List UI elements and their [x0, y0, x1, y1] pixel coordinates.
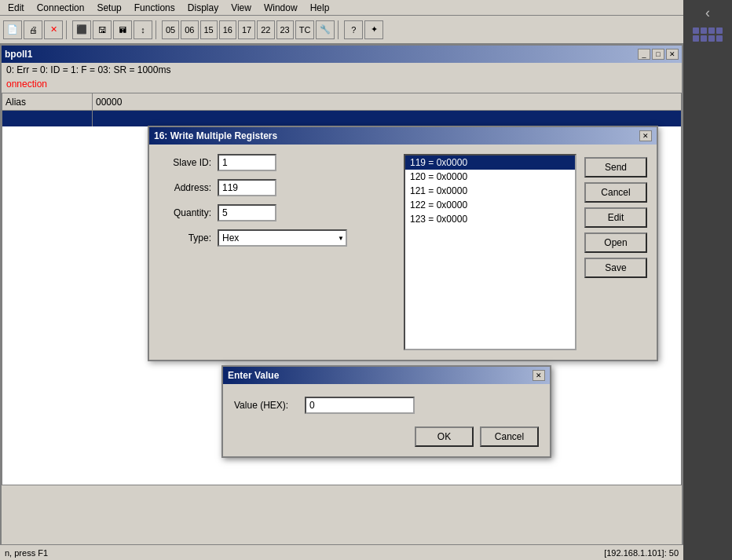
address-label: Address: [159, 182, 218, 193]
enter-value-titlebar: Enter Value ✕ [223, 367, 550, 384]
dialog-write-close-btn[interactable]: ✕ [639, 130, 652, 141]
enter-value-cancel-btn[interactable]: Cancel [480, 426, 539, 447]
listbox-item-3[interactable]: 122 = 0x0000 [405, 198, 575, 212]
main-minimize-btn[interactable]: _ [638, 49, 650, 60]
edit-button[interactable]: Edit [584, 207, 647, 228]
value-hex-label: Value (HEX): [234, 400, 297, 411]
toolbar-about[interactable]: ✦ [364, 20, 383, 39]
main-window-controls: _ □ ✕ [638, 49, 679, 60]
status-bar: 0: Err = 0: ID = 1: F = 03: SR = 1000ms [2, 63, 682, 77]
enter-value-ok-btn[interactable]: OK [415, 426, 474, 447]
menu-display[interactable]: Display [181, 1, 225, 15]
dialog-write-form: Slave ID: Address: Quantity: Type: Hex S… [159, 154, 396, 350]
dialog-write-titlebar: 16: Write Multiple Registers ✕ [149, 127, 657, 145]
address-input[interactable] [218, 179, 276, 196]
toolbar-print[interactable]: 🖨 [24, 20, 42, 39]
dot-2 [701, 27, 707, 34]
toolbar-settings[interactable]: 🔧 [316, 20, 335, 39]
save-button[interactable]: Save [584, 258, 647, 278]
toolbar-f06[interactable]: 06 [181, 20, 198, 39]
menu-functions[interactable]: Functions [128, 1, 181, 15]
col-alias-header: Alias [2, 93, 93, 110]
toolbar-new[interactable]: 📄 [3, 20, 22, 39]
dot-5 [693, 35, 699, 42]
slave-id-row: Slave ID: [159, 154, 396, 171]
enter-value-body: Value (HEX): OK Cancel [223, 384, 550, 456]
cancel-button[interactable]: Cancel [584, 182, 647, 203]
enter-value-close-btn[interactable]: ✕ [533, 370, 545, 381]
toolbar-save[interactable]: 🖬 [113, 20, 132, 39]
toolbar-f23[interactable]: 23 [276, 20, 294, 39]
quantity-label: Quantity: [159, 207, 218, 218]
dialog-enter-value: Enter Value ✕ Value (HEX): OK Cancel [221, 365, 551, 458]
value-hex-input[interactable] [305, 397, 415, 414]
listbox-item-2[interactable]: 121 = 0x0000 [405, 184, 575, 198]
dialog-write-title: 16: Write Multiple Registers [154, 130, 277, 141]
right-panel-arrow[interactable]: ‹ [704, 3, 712, 23]
toolbar-f16[interactable]: 16 [219, 20, 236, 39]
dot-8 [716, 35, 723, 42]
enter-value-title: Enter Value [228, 370, 279, 381]
address-row: Address: [159, 179, 396, 196]
bottom-status-bar: n, press F1 [192.168.1.101]: 50 [0, 544, 683, 560]
type-select-wrapper: Hex Signed Unsigned Binary [218, 229, 347, 247]
status-text: 0: Err = 0: ID = 1: F = 03: SR = 1000ms [6, 64, 170, 75]
toolbar-f17[interactable]: 17 [238, 20, 255, 39]
dot-1 [693, 27, 699, 34]
quantity-row: Quantity: [159, 204, 396, 221]
table-header: Alias 00000 [2, 93, 681, 111]
dot-7 [708, 35, 715, 42]
menu-connection[interactable]: Connection [31, 1, 91, 15]
dot-3 [708, 27, 715, 34]
main-title: bpoll1 [5, 49, 32, 60]
slave-id-input[interactable] [218, 154, 276, 171]
listbox-item-1[interactable]: 120 = 0x0000 [405, 170, 575, 184]
row-value-selected [93, 111, 681, 126]
toolbar-sep3 [338, 20, 341, 39]
registers-listbox[interactable]: 119 = 0x0000 120 = 0x0000 121 = 0x0000 1… [404, 154, 576, 350]
toolbar-f22[interactable]: 22 [257, 20, 274, 39]
main-maximize-btn[interactable]: □ [652, 49, 664, 60]
toolbar-disconnect[interactable]: 🖫 [93, 20, 112, 39]
toolbar-close[interactable]: ✕ [44, 20, 63, 39]
toolbar-help[interactable]: ? [344, 20, 363, 39]
toolbar-f15[interactable]: 15 [200, 20, 218, 39]
toolbar-scan[interactable]: ↕ [134, 20, 152, 39]
col-value-header: 00000 [93, 93, 681, 110]
menu-bar: Edit Connection Setup Functions Display … [0, 0, 732, 16]
toolbar-connect[interactable]: ⬛ [72, 20, 91, 39]
bottom-status-right: [192.168.1.101]: 50 [604, 548, 679, 558]
listbox-item-4[interactable]: 123 = 0x0000 [405, 212, 575, 226]
menu-window[interactable]: Window [258, 1, 304, 15]
toolbar: 📄 🖨 ✕ ⬛ 🖫 🖬 ↕ 05 06 15 16 17 22 23 TC 🔧 … [0, 16, 732, 44]
open-button[interactable]: Open [584, 232, 647, 253]
dot-6 [701, 35, 707, 42]
menu-help[interactable]: Help [304, 1, 336, 15]
type-select[interactable]: Hex Signed Unsigned Binary [218, 229, 347, 247]
toolbar-sep1 [66, 20, 69, 39]
enter-value-buttons: OK Cancel [234, 426, 539, 447]
type-label: Type: [159, 232, 218, 243]
dot-4 [716, 27, 723, 34]
type-row: Type: Hex Signed Unsigned Binary [159, 229, 396, 247]
bottom-status-left: n, press F1 [5, 548, 48, 558]
toolbar-tc[interactable]: TC [295, 20, 315, 39]
value-hex-row: Value (HEX): [234, 397, 539, 414]
send-button[interactable]: Send [584, 157, 647, 178]
main-close-btn[interactable]: ✕ [666, 49, 679, 60]
menu-view[interactable]: View [225, 1, 258, 15]
dialog-write-body: Slave ID: Address: Quantity: Type: Hex S… [149, 145, 657, 360]
toolbar-f05[interactable]: 05 [162, 20, 179, 39]
table-row-selected[interactable] [2, 111, 681, 126]
connection-bar: onnection [2, 77, 682, 91]
dialog-write-registers: 16: Write Multiple Registers ✕ Slave ID:… [148, 126, 658, 361]
row-alias-selected [2, 111, 93, 126]
right-panel-dots [690, 24, 726, 45]
listbox-item-0[interactable]: 119 = 0x0000 [405, 156, 575, 170]
quantity-input[interactable] [218, 204, 276, 221]
right-panel: ‹ [683, 0, 732, 560]
main-titlebar: bpoll1 _ □ ✕ [2, 46, 682, 63]
menu-setup[interactable]: Setup [90, 1, 127, 15]
menu-edit[interactable]: Edit [2, 1, 31, 15]
toolbar-sep2 [156, 20, 159, 39]
